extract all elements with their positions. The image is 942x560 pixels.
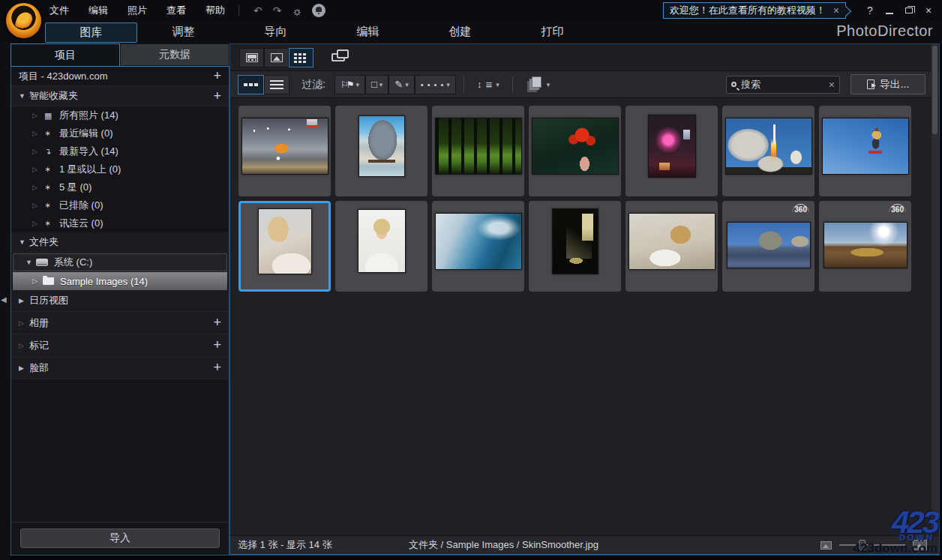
grid-view-button[interactable] xyxy=(289,48,314,67)
calendar-view-header[interactable]: ▶ 日历视图 xyxy=(11,290,229,312)
tree-item-drive-c[interactable]: ▼ 系统 (C:) xyxy=(13,253,227,271)
tab-metadata[interactable]: 元数据 xyxy=(120,43,230,66)
undo-icon[interactable]: ↶ xyxy=(254,4,262,16)
menu-help[interactable]: 帮助 xyxy=(206,4,225,17)
expand-icon[interactable]: ▷ xyxy=(19,342,29,349)
photo-card-pano-canyon[interactable]: 360 xyxy=(819,201,911,292)
zoom-out-thumbnail-icon[interactable] xyxy=(820,541,832,550)
expand-icon[interactable]: ▷ xyxy=(32,166,44,173)
folders-header[interactable]: ▼ 文件夹 xyxy=(11,232,229,253)
menu-file[interactable]: 文件 xyxy=(50,4,69,17)
photo-thumbnail[interactable] xyxy=(824,222,908,268)
photo-thumbnail[interactable] xyxy=(435,213,522,270)
tree-item-recently-edited[interactable]: ▷ ✶ 最近编辑 (0) xyxy=(11,124,229,142)
settings-gear-icon[interactable]: ☼ xyxy=(292,4,302,17)
maximize-button[interactable] xyxy=(900,3,918,18)
menu-photo[interactable]: 照片 xyxy=(128,4,147,17)
expand-icon[interactable]: ▷ xyxy=(32,130,44,137)
photo-card-dark-window[interactable] xyxy=(529,201,621,292)
sidebar-collapse-strip[interactable]: ◀ xyxy=(0,43,10,560)
close-button[interactable]: × xyxy=(920,3,938,18)
add-tag-button[interactable]: + xyxy=(213,337,221,353)
menu-edit[interactable]: 编辑 xyxy=(88,4,108,17)
tab-create[interactable]: 创建 xyxy=(414,22,506,43)
zoom-slider-handle[interactable] xyxy=(859,540,866,550)
photo-card-woman-laughing[interactable] xyxy=(335,201,428,292)
collapse-icon[interactable]: ▼ xyxy=(26,259,36,266)
expand-icon[interactable]: ▷ xyxy=(32,112,44,119)
photo-card-neon-shop[interactable] xyxy=(626,106,718,196)
rating-filter-button[interactable]: □ ▾ xyxy=(365,75,388,94)
scrollbar-thumb[interactable] xyxy=(932,46,938,134)
thumbnail-view-button[interactable] xyxy=(238,75,264,94)
vertical-scrollbar[interactable] xyxy=(932,44,938,532)
zoom-in-thumbnail-icon[interactable] xyxy=(913,540,927,550)
help-button[interactable]: ? xyxy=(861,3,879,18)
minimize-button[interactable] xyxy=(880,3,898,18)
photo-thumbnail[interactable] xyxy=(822,118,909,175)
expand-icon[interactable]: ▷ xyxy=(32,202,44,209)
photo-thumbnail[interactable] xyxy=(358,115,405,177)
photo-card-woman-leaning[interactable] xyxy=(626,201,718,292)
menu-view[interactable]: 查看 xyxy=(166,4,186,17)
albums-header[interactable]: ▷ 相册 + xyxy=(11,312,229,334)
photo-card-rocket-launch[interactable] xyxy=(722,106,814,196)
add-smart-collection-button[interactable]: + xyxy=(213,88,221,104)
tree-item-sample-images[interactable]: ▷ Sample Images (14) xyxy=(13,272,227,290)
tab-project[interactable]: 项目 xyxy=(10,43,120,66)
tree-item-one-star-up[interactable]: ▷ ✶ 1 星或以上 (0) xyxy=(11,160,229,178)
import-button[interactable]: 导入 xyxy=(20,529,220,548)
flag-filter-button[interactable]: ⚐⚑ ▾ xyxy=(334,75,365,94)
tab-print[interactable]: 打印 xyxy=(506,22,598,43)
photo-card-forest[interactable] xyxy=(432,106,524,196)
add-project-button[interactable]: + xyxy=(213,68,221,84)
expand-icon[interactable]: ▷ xyxy=(32,184,44,191)
photo-thumbnail[interactable] xyxy=(648,115,696,178)
expand-icon[interactable]: ▶ xyxy=(19,297,29,304)
expand-icon[interactable]: ▷ xyxy=(32,148,44,155)
photo-card-ocean-wave[interactable] xyxy=(432,201,524,292)
tree-item-five-star[interactable]: ▷ ✶ 5 星 (0) xyxy=(11,178,229,196)
redo-icon[interactable]: ↷ xyxy=(273,4,282,16)
single-view-button[interactable] xyxy=(264,48,289,67)
stack-button[interactable]: ▾ xyxy=(520,75,556,94)
tab-edit[interactable]: 编辑 xyxy=(322,22,414,43)
add-album-button[interactable]: + xyxy=(213,315,221,331)
photo-thumbnail[interactable] xyxy=(258,208,312,274)
photo-card-maple-leaf[interactable] xyxy=(529,106,621,196)
photo-thumbnail[interactable] xyxy=(435,118,522,175)
tooltip-close-icon[interactable]: × xyxy=(833,4,839,16)
collapse-arrow-icon[interactable]: ◀ xyxy=(1,295,7,304)
photo-thumbnail[interactable] xyxy=(532,118,619,175)
photo-thumbnail[interactable] xyxy=(725,118,812,175)
collapse-icon[interactable]: ▼ xyxy=(19,92,29,100)
photo-thumbnail[interactable] xyxy=(552,208,598,274)
photo-thumbnail[interactable] xyxy=(628,213,716,270)
photo-thumbnail[interactable] xyxy=(242,118,328,175)
add-face-button[interactable]: + xyxy=(213,360,221,376)
expand-icon[interactable]: ▷ xyxy=(19,319,29,327)
tree-item-excluded[interactable]: ▷ ✶ 已排除 (0) xyxy=(11,196,229,214)
smart-collection-header[interactable]: ▼ 智能收藏夹 + xyxy=(11,86,229,106)
dual-display-icon[interactable] xyxy=(332,53,345,61)
photo-card-skateboarder[interactable] xyxy=(819,106,911,196)
notification-bell-icon[interactable] xyxy=(312,4,326,17)
export-button[interactable]: 导出... xyxy=(850,74,926,94)
photo-card-woman-smiling-selected[interactable] xyxy=(238,201,331,292)
tree-item-all-photos[interactable]: ▷ ▦ 所有照片 (14) xyxy=(11,106,229,124)
edited-filter-button[interactable]: ✎ ▾ xyxy=(388,75,414,94)
tab-library[interactable]: 图库 xyxy=(45,22,137,43)
photo-thumbnail[interactable] xyxy=(358,209,406,273)
collapse-icon[interactable]: ▼ xyxy=(19,238,29,246)
expand-icon[interactable]: ▷ xyxy=(32,220,44,227)
search-input[interactable] xyxy=(741,79,824,90)
photo-thumbnail[interactable] xyxy=(727,222,811,268)
tree-item-latest-import[interactable]: ▷ ↴ 最新导入 (14) xyxy=(11,142,229,160)
faces-header[interactable]: ▶ 脸部 + xyxy=(11,357,229,379)
photo-card-basketball-dunk[interactable] xyxy=(238,106,331,196)
tags-header[interactable]: ▷ 标记 + xyxy=(11,334,229,357)
zoom-slider[interactable] xyxy=(839,544,905,546)
list-view-button[interactable] xyxy=(264,75,290,94)
expand-icon[interactable]: ▶ xyxy=(19,364,29,372)
photo-card-pano-mountain[interactable]: 360 xyxy=(722,201,814,292)
